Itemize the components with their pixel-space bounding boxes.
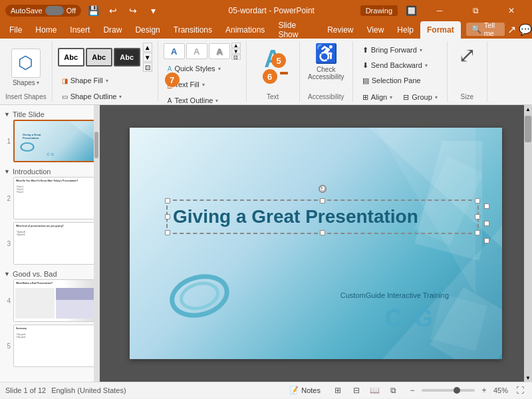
tab-home[interactable]: Home <box>29 21 63 39</box>
handle-bot-center[interactable] <box>320 230 325 235</box>
slide-title-box[interactable]: ↻ Giving a Great Presentation <box>166 200 479 234</box>
search-box[interactable]: 🔍 Tell me <box>466 23 505 36</box>
group-button[interactable]: ⊟ Group ▾ <box>399 90 442 104</box>
comments-button[interactable]: 💬 <box>519 23 532 36</box>
send-backward-icon: ⬇ <box>362 61 368 70</box>
customize-qat-button[interactable]: ▾ <box>145 3 161 19</box>
send-backward-button[interactable]: ⬇ Send Backward ▾ <box>358 58 442 72</box>
wordart-swatch-1[interactable]: A <box>164 43 185 59</box>
autosave-badge[interactable]: AutoSave Off <box>5 5 81 17</box>
shape-outline-button[interactable]: ▭ Shape Outline ▾ <box>58 89 126 104</box>
selection-pane-icon: ▤ <box>362 76 369 85</box>
save-button[interactable]: 💾 <box>85 3 101 19</box>
accessibility-icon[interactable]: ♿ <box>315 43 338 65</box>
tab-format[interactable]: Format <box>420 21 461 39</box>
slide-4-thumb[interactable]: What Makes a Bad Presentation? <box>13 279 96 322</box>
arrange-group: ⬆ Bring Forward ▾ ⬇ Send Backward ▾ ▤ Se… <box>353 41 448 102</box>
shape-fill-button[interactable]: ◨ Shape Fill ▾ <box>58 73 112 88</box>
redo-button[interactable]: ↪ <box>125 3 141 19</box>
section-good-vs-bad: ▼ Good vs. Bad <box>3 267 96 279</box>
size-group: ⤢ Size <box>448 41 487 102</box>
section-arrow-2[interactable]: ▼ <box>4 168 10 175</box>
slide-3-thumb[interactable]: What kind of presentations are you givin… <box>13 222 96 265</box>
zoom-slider[interactable] <box>422 389 475 392</box>
notes-button[interactable]: 📝 Notes <box>284 384 326 396</box>
size-icon[interactable]: ⤢ <box>458 43 476 68</box>
right-handle-1[interactable] <box>484 203 489 209</box>
zoom-in-button[interactable]: + <box>477 384 491 397</box>
ribbon-display-button[interactable]: 🔲 <box>403 3 419 19</box>
tab-slideshow[interactable]: Slide Show <box>271 21 321 39</box>
tab-design[interactable]: Design <box>128 21 166 39</box>
section-arrow-3[interactable]: ▼ <box>4 271 10 277</box>
close-button[interactable]: ✕ <box>496 0 527 21</box>
handle-mid-right[interactable] <box>475 214 480 219</box>
align-button[interactable]: ⊞ Align ▾ <box>358 90 396 104</box>
slide-panel-scrollbar-thumb[interactable] <box>94 132 98 158</box>
handle-bot-left[interactable] <box>165 230 170 235</box>
drawing-context-label: Drawing <box>360 5 398 16</box>
selection-pane-button[interactable]: ▤ Selection Pane <box>358 73 442 88</box>
tab-review[interactable]: Review <box>321 21 360 39</box>
accessibility-checker[interactable]: CheckAccessibility <box>308 66 344 80</box>
section-arrow-1[interactable]: ▼ <box>4 111 10 118</box>
handle-top-right[interactable] <box>475 198 480 203</box>
shape-style-2[interactable]: Abc <box>86 48 112 66</box>
tab-view[interactable]: View <box>360 21 391 39</box>
tab-transitions[interactable]: Transitions <box>167 21 219 39</box>
canvas-area: ↻ Giving a Great Presentation CustomGuid <box>100 105 532 382</box>
share-button[interactable]: ↗ <box>507 23 516 36</box>
zoom-level: 45% <box>493 386 508 394</box>
shape-styles-more[interactable]: ⊡ <box>143 63 152 72</box>
wordart-scroll-down[interactable]: ▼ <box>231 49 241 54</box>
slide-sorter-button[interactable]: ⊟ <box>350 384 363 397</box>
wordart-swatch-3[interactable]: A <box>209 43 230 59</box>
handle-top-center[interactable] <box>320 198 325 203</box>
right-handle-3[interactable] <box>484 238 489 243</box>
window-title: 05-wordart - PowerPoint <box>183 6 360 15</box>
wordart-scroll-up[interactable]: ▲ <box>231 43 241 48</box>
normal-view-button[interactable]: ⊞ <box>331 384 344 397</box>
right-handle-2[interactable] <box>484 221 489 226</box>
scroll-up-arrow[interactable]: ▲ <box>524 105 532 113</box>
presenter-view-button[interactable]: ⧉ <box>387 384 400 397</box>
shapes-button[interactable]: ⬡ <box>11 49 41 78</box>
slide-1-container: 1 Giving a Great Presentation C G <box>3 120 96 162</box>
wordart-swatch-2[interactable]: A <box>186 43 207 59</box>
tab-draw[interactable]: Draw <box>96 21 128 39</box>
handle-top-left[interactable] <box>165 198 170 203</box>
bring-forward-button[interactable]: ⬆ Bring Forward ▾ <box>358 43 442 57</box>
tab-file[interactable]: File <box>3 21 29 39</box>
shapes-dropdown[interactable]: Shapes ▾ <box>13 79 39 86</box>
autosave-toggle[interactable] <box>45 6 64 15</box>
shape-style-1[interactable]: Abc <box>58 48 84 66</box>
slide-1-thumb[interactable]: Giving a Great Presentation C G <box>13 120 96 162</box>
svg-point-0 <box>170 273 229 319</box>
tab-insert[interactable]: Insert <box>63 21 96 39</box>
wordart-styles-group: 7 A A A ▲ ▼ ⊡ A Quick Styles ▾ A Text F <box>158 41 247 102</box>
scroll-down-arrow[interactable]: ▼ <box>524 374 532 382</box>
canvas-scrollbar-v[interactable]: ▲ ▼ <box>524 105 532 382</box>
shape-styles-scroll-up[interactable]: ▲ <box>143 43 152 52</box>
callout-7: 7 <box>165 72 180 87</box>
shape-style-3[interactable]: Abc <box>114 48 140 66</box>
slide-5-thumb[interactable]: Summary • Key point• Key point <box>13 325 96 367</box>
canvas-scrollbar-thumb[interactable] <box>525 116 531 142</box>
handle-bot-right[interactable] <box>475 230 480 235</box>
slide-cg-text: C G <box>385 305 436 332</box>
rotate-handle[interactable]: ↻ <box>319 185 327 193</box>
wordart-more[interactable]: ⊡ <box>231 55 241 60</box>
tab-animations[interactable]: Animations <box>219 21 271 39</box>
shape-styles-scroll-down[interactable]: ▼ <box>143 53 152 62</box>
tab-help[interactable]: Help <box>390 21 420 39</box>
slide-panel-scrollbar[interactable] <box>94 105 99 382</box>
reading-view-button[interactable]: 📖 <box>368 384 382 397</box>
slide-2-thumb[interactable]: What Do You Want To Know After Today's P… <box>13 177 96 219</box>
minimize-button[interactable]: ─ <box>424 0 455 21</box>
zoom-thumb[interactable] <box>454 387 460 394</box>
fit-slide-button[interactable]: ⛶ <box>513 384 527 397</box>
handle-mid-left[interactable] <box>165 214 170 219</box>
undo-button[interactable]: ↩ <box>105 3 121 19</box>
zoom-out-button[interactable]: − <box>406 384 419 397</box>
restore-button[interactable]: ⧉ <box>460 0 491 21</box>
